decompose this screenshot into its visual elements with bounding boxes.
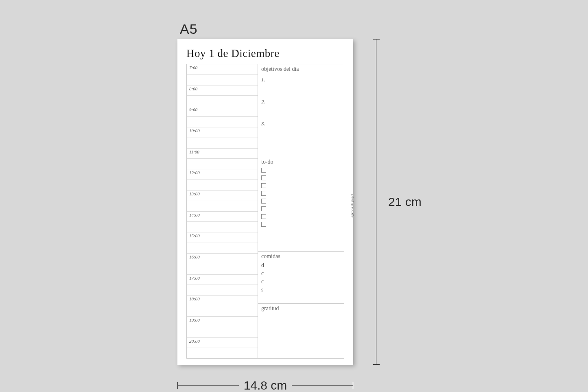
time-row: 19:00 bbox=[187, 317, 258, 327]
todo-checkbox-list bbox=[261, 168, 341, 227]
time-row: 16:00 bbox=[187, 254, 258, 264]
time-row bbox=[187, 348, 258, 358]
objective-number: 3. bbox=[261, 120, 341, 127]
todo-title: to-do bbox=[261, 159, 341, 165]
meals-section: comidas d c c s bbox=[258, 252, 344, 304]
time-row bbox=[187, 75, 258, 85]
objectives-section: objetivos del día 1. 2. 3. bbox=[258, 64, 344, 157]
time-row: 17:00 bbox=[187, 275, 258, 285]
time-row bbox=[187, 306, 258, 317]
planner-grid: 7:008:009:0010:0011:0012:0013:0014:0015:… bbox=[186, 64, 344, 359]
time-row: 8:00 bbox=[187, 85, 258, 96]
time-row: 9:00 bbox=[187, 106, 258, 117]
schedule-column: 7:008:009:0010:0011:0012:0013:0014:0015:… bbox=[187, 64, 258, 358]
gratitude-title: gratitud bbox=[261, 305, 341, 312]
time-row: 7:00 bbox=[187, 64, 258, 75]
page-container: Hoy 1 de Diciembre 7:008:009:0010:0011:0… bbox=[177, 39, 358, 369]
todo-section: to-do bbox=[258, 157, 344, 252]
time-row bbox=[187, 159, 258, 169]
dimension-cap bbox=[353, 382, 353, 389]
gratitude-section: gratitud bbox=[258, 304, 344, 358]
meal-line: c bbox=[261, 278, 341, 285]
objectives-title: objetivos del día bbox=[261, 66, 341, 72]
time-row bbox=[187, 222, 258, 232]
time-row: 18:00 bbox=[187, 296, 258, 306]
dimension-line-horizontal bbox=[178, 385, 239, 386]
todo-checkbox[interactable] bbox=[261, 183, 266, 188]
dimension-width-label: 14.8 cm bbox=[239, 379, 292, 392]
right-column: objetivos del día 1. 2. 3. to-do comidas… bbox=[258, 64, 344, 358]
time-row bbox=[187, 201, 258, 212]
time-row bbox=[187, 327, 258, 338]
meal-line: d bbox=[261, 262, 341, 269]
todo-checkbox[interactable] bbox=[261, 168, 266, 173]
meal-line: c bbox=[261, 270, 341, 277]
time-row bbox=[187, 138, 258, 149]
dimension-width: 14.8 cm bbox=[177, 379, 353, 392]
time-row: 13:00 bbox=[187, 191, 258, 201]
dimension-line-horizontal bbox=[292, 385, 353, 386]
time-row: 12:00 bbox=[187, 169, 258, 180]
planner-page: Hoy 1 de Diciembre 7:008:009:0010:0011:0… bbox=[177, 39, 353, 365]
dimension-height: 21 cm bbox=[376, 39, 376, 365]
time-row: 15:00 bbox=[187, 232, 258, 243]
todo-checkbox[interactable] bbox=[261, 199, 266, 204]
time-row: 20:00 bbox=[187, 338, 258, 348]
todo-checkbox[interactable] bbox=[261, 191, 266, 196]
time-row bbox=[187, 285, 258, 296]
dimension-line-vertical bbox=[376, 39, 376, 365]
page-title: Hoy 1 de Diciembre bbox=[186, 47, 344, 60]
time-row bbox=[187, 96, 258, 106]
time-row: 10:00 bbox=[187, 127, 258, 138]
time-row: 14:00 bbox=[187, 212, 258, 222]
meals-title: comidas bbox=[261, 253, 341, 260]
todo-checkbox[interactable] bbox=[261, 206, 266, 211]
size-label: A5 bbox=[180, 21, 198, 37]
watermark-text: agenda de papel bbox=[350, 194, 354, 217]
todo-checkbox[interactable] bbox=[261, 175, 266, 180]
time-row bbox=[187, 243, 258, 254]
time-row bbox=[187, 264, 258, 275]
meal-line: s bbox=[261, 287, 341, 293]
objective-number: 1. bbox=[261, 77, 341, 83]
time-row: 11:00 bbox=[187, 149, 258, 159]
todo-checkbox[interactable] bbox=[261, 214, 266, 219]
time-row bbox=[187, 180, 258, 191]
time-row bbox=[187, 117, 258, 127]
objective-number: 2. bbox=[261, 99, 341, 105]
todo-checkbox[interactable] bbox=[261, 222, 266, 227]
dimension-height-label: 21 cm bbox=[388, 195, 422, 209]
